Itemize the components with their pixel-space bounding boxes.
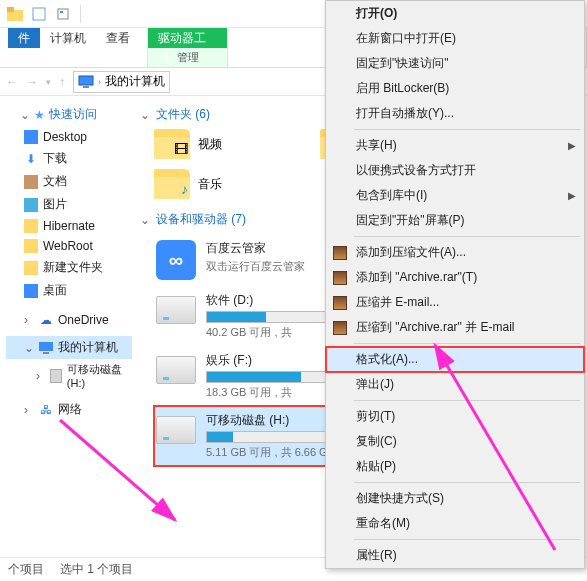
rar-icon (332, 270, 348, 286)
ctx-rar-email[interactable]: 压缩并 E-mail... (326, 290, 584, 315)
ctx-open[interactable]: 打开(O) (326, 1, 584, 26)
tab-drive-tools[interactable]: 驱动器工具 (148, 28, 227, 48)
ctx-pin-start[interactable]: 固定到"开始"屏幕(P) (326, 208, 584, 233)
separator (354, 539, 580, 540)
ctx-rar-email-to[interactable]: 压缩到 "Archive.rar" 并 E-mail (326, 315, 584, 340)
computer-icon (78, 75, 94, 89)
chevron-right-icon: ▶ (568, 190, 576, 201)
sidebar-mypc[interactable]: ⌄我的计算机 (6, 336, 132, 359)
ctx-autoplay[interactable]: 打开自动播放(Y)... (326, 101, 584, 126)
svg-rect-8 (43, 352, 49, 354)
tab-computer[interactable]: 计算机 (40, 28, 96, 48)
ctx-include-library[interactable]: 包含到库中(I)▶ (326, 183, 584, 208)
ctx-properties[interactable]: 属性(R) (326, 543, 584, 568)
address-text: 我的计算机 (105, 73, 165, 90)
svg-rect-7 (39, 342, 53, 351)
chevron-right-icon: › (98, 77, 101, 87)
status-count: 个项目 (8, 561, 44, 578)
ctx-cut[interactable]: 剪切(T) (326, 404, 584, 429)
svg-rect-3 (58, 9, 68, 19)
rar-icon (332, 320, 348, 336)
folder-music[interactable]: ♪音乐 (154, 169, 294, 199)
separator (354, 236, 580, 237)
svg-rect-5 (79, 76, 93, 85)
tab-file[interactable]: 件 (8, 28, 40, 48)
sidebar-item-removable-h[interactable]: ›可移动磁盘 (H:) (6, 359, 132, 392)
ctx-bitlocker[interactable]: 启用 BitLocker(B) (326, 76, 584, 101)
sidebar-item-documents[interactable]: 文档 (6, 170, 132, 193)
ctx-copy[interactable]: 复制(C) (326, 429, 584, 454)
ctx-eject[interactable]: 弹出(J) (326, 372, 584, 397)
folder-videos[interactable]: 🎞视频 (154, 129, 294, 159)
sidebar-item-newfolder[interactable]: 新建文件夹 (6, 256, 132, 279)
drive-icon (156, 416, 196, 444)
sidebar-quick-access[interactable]: ⌄★快速访问 (6, 102, 132, 127)
forward-icon[interactable]: → (26, 75, 38, 89)
ctx-rename[interactable]: 重命名(M) (326, 511, 584, 536)
sidebar-item-pictures[interactable]: 图片 (6, 193, 132, 216)
tab-view[interactable]: 查看 (96, 28, 140, 48)
nav-buttons: ← → ▾ ↑ (6, 75, 65, 89)
drive-icon (156, 296, 196, 324)
svg-rect-2 (33, 8, 45, 20)
separator (354, 129, 580, 130)
sidebar-onedrive[interactable]: ›☁OneDrive (6, 310, 132, 330)
context-menu: 打开(O) 在新窗口中打开(E) 固定到"快速访问" 启用 BitLocker(… (325, 0, 585, 569)
sidebar-item-desktop[interactable]: Desktop (6, 127, 132, 147)
ctx-format[interactable]: 格式化(A)... (326, 347, 584, 372)
rar-icon (332, 295, 348, 311)
svg-rect-4 (60, 11, 63, 13)
ctx-rar-addto[interactable]: 添加到 "Archive.rar"(T) (326, 265, 584, 290)
chevron-right-icon: ▶ (568, 140, 576, 151)
ctx-rar-add[interactable]: 添加到压缩文件(A)... (326, 240, 584, 265)
status-selected: 选中 1 个项目 (60, 561, 133, 578)
separator (354, 343, 580, 344)
svg-rect-1 (7, 7, 14, 12)
drive-icon (156, 356, 196, 384)
label-manage[interactable]: 管理 (148, 48, 227, 65)
ctx-shortcut[interactable]: 创建快捷方式(S) (326, 486, 584, 511)
back-icon[interactable]: ← (6, 75, 18, 89)
ctx-portable[interactable]: 以便携式设备方式打开 (326, 158, 584, 183)
baidu-icon: ∞ (156, 240, 196, 280)
address-box[interactable]: › 我的计算机 (73, 71, 170, 93)
rar-icon (332, 245, 348, 261)
ctx-open-new-window[interactable]: 在新窗口中打开(E) (326, 26, 584, 51)
sidebar-item-webroot[interactable]: WebRoot (6, 236, 132, 256)
separator (354, 482, 580, 483)
up-icon[interactable]: ↑ (59, 75, 65, 89)
separator (354, 400, 580, 401)
sidebar-item-desktop2[interactable]: 桌面 (6, 279, 132, 302)
expand-icon[interactable] (28, 3, 50, 25)
separator (80, 5, 81, 23)
ctx-paste[interactable]: 粘贴(P) (326, 454, 584, 479)
dropdown-icon[interactable]: ▾ (46, 77, 51, 87)
ctx-share[interactable]: 共享(H)▶ (326, 133, 584, 158)
ctx-pin-quick[interactable]: 固定到"快速访问" (326, 51, 584, 76)
sidebar-item-hibernate[interactable]: Hibernate (6, 216, 132, 236)
svg-rect-6 (83, 86, 89, 88)
sidebar: ⌄★快速访问 Desktop ⬇下载 文档 图片 Hibernate WebRo… (0, 96, 132, 557)
sidebar-item-downloads[interactable]: ⬇下载 (6, 147, 132, 170)
properties-icon[interactable] (52, 3, 74, 25)
sidebar-network[interactable]: ›🖧网络 (6, 398, 132, 421)
folder-icon (4, 3, 26, 25)
